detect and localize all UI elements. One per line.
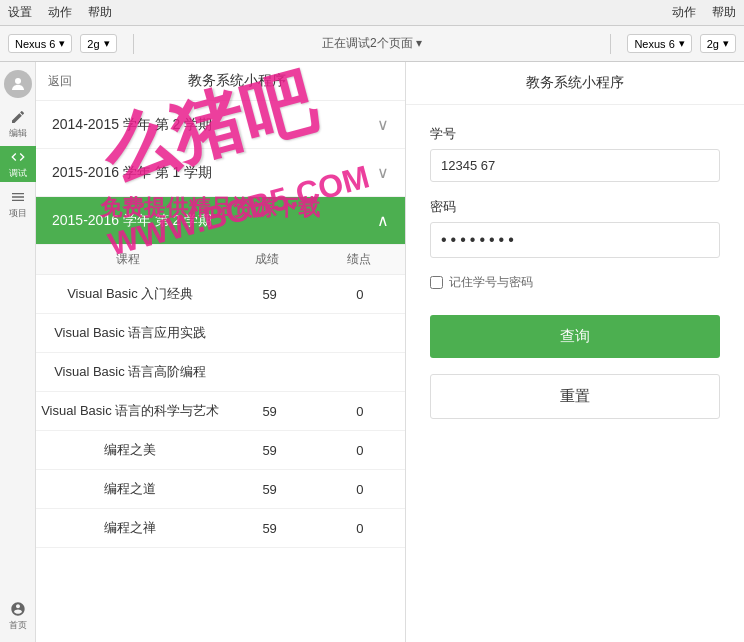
debug-status[interactable]: 正在调试2个页面 ▾	[150, 35, 595, 52]
device-name-left: Nexus 6	[15, 38, 55, 50]
menu-action-right[interactable]: 动作	[672, 4, 696, 21]
menu-help-left[interactable]: 帮助	[88, 4, 112, 21]
course-name-1: Visual Basic 语言应用实践	[36, 324, 225, 342]
header-score: 成绩	[221, 251, 313, 268]
menu-help-right[interactable]: 帮助	[712, 4, 736, 21]
header-credit: 绩点	[313, 251, 405, 268]
course-credit-3: 0	[315, 404, 405, 419]
svg-point-0	[15, 78, 21, 84]
term-chevron-2: ∧	[377, 211, 389, 230]
course-score-0: 59	[225, 287, 315, 302]
course-credit-4: 0	[315, 443, 405, 458]
course-name-2: Visual Basic 语言高阶编程	[36, 363, 225, 381]
term-item-2[interactable]: 2015-2016 学年 第 2 学期 ∧	[36, 197, 405, 245]
right-panel-body: 学号 密码 记住学号与密码 查询 重置	[406, 105, 744, 642]
menu-action-left[interactable]: 动作	[48, 4, 72, 21]
memory-select-right[interactable]: 2g ▾	[700, 34, 736, 53]
device-select-left[interactable]: Nexus 6 ▾	[8, 34, 72, 53]
course-credit-6: 0	[315, 521, 405, 536]
left-panel: 返回 教务系统小程序 2014-2015 学年 第 2 学期 ∨ 2015-20…	[36, 62, 406, 642]
password-group: 密码	[430, 198, 720, 258]
left-panel-title: 教务系统小程序	[80, 72, 393, 90]
course-credit-5: 0	[315, 482, 405, 497]
right-panel-title: 教务系统小程序	[406, 62, 744, 105]
table-row: Visual Basic 语言高阶编程	[36, 353, 405, 392]
course-name-5: 编程之道	[36, 480, 225, 498]
sidebar-item-debug[interactable]: 调试	[0, 146, 36, 182]
chevron-down-icon4: ▾	[723, 37, 729, 50]
table-header: 课程 成绩 绩点	[36, 245, 405, 275]
sidebar-label-home: 首页	[9, 619, 27, 632]
sidebar-label-debug: 调试	[9, 167, 27, 180]
table-row: 编程之道 59 0	[36, 470, 405, 509]
student-id-input[interactable]	[430, 149, 720, 182]
remember-label: 记住学号与密码	[449, 274, 533, 291]
remember-me-checkbox[interactable]: 记住学号与密码	[430, 274, 720, 291]
back-button[interactable]: 返回	[48, 73, 72, 90]
password-input[interactable]	[430, 222, 720, 258]
top-menubar: 设置 动作 帮助 动作 帮助	[0, 0, 744, 26]
query-button[interactable]: 查询	[430, 315, 720, 358]
reset-button[interactable]: 重置	[430, 374, 720, 419]
term-chevron-0: ∨	[377, 115, 389, 134]
student-id-group: 学号	[430, 125, 720, 182]
menu-settings[interactable]: 设置	[8, 4, 32, 21]
memory-left: 2g	[87, 38, 99, 50]
sidebar-label-project: 项目	[9, 207, 27, 220]
course-score-3: 59	[225, 404, 315, 419]
remember-checkbox[interactable]	[430, 276, 443, 289]
course-name-4: 编程之美	[36, 441, 225, 459]
term-label-0: 2014-2015 学年 第 2 学期	[52, 116, 212, 134]
header-course: 课程	[36, 251, 221, 268]
table-row: 编程之美 59 0	[36, 431, 405, 470]
sidebar: 编辑 调试 项目 首页	[0, 62, 36, 642]
table-row: Visual Basic 语言的科学与艺术 59 0	[36, 392, 405, 431]
device-toolbar: Nexus 6 ▾ 2g ▾ 正在调试2个页面 ▾ Nexus 6 ▾ 2g ▾	[0, 26, 744, 62]
course-score-4: 59	[225, 443, 315, 458]
term-chevron-1: ∨	[377, 163, 389, 182]
term-item-1[interactable]: 2015-2016 学年 第 1 学期 ∨	[36, 149, 405, 197]
sidebar-label-edit: 编辑	[9, 127, 27, 140]
course-name-3: Visual Basic 语言的科学与艺术	[36, 402, 225, 420]
course-score-6: 59	[225, 521, 315, 536]
table-row: Visual Basic 语言应用实践	[36, 314, 405, 353]
right-panel: 教务系统小程序 学号 密码 记住学号与密码 查询 重置	[406, 62, 744, 642]
device-name-right: Nexus 6	[634, 38, 674, 50]
course-name-6: 编程之禅	[36, 519, 225, 537]
device-select-right[interactable]: Nexus 6 ▾	[627, 34, 691, 53]
memory-right: 2g	[707, 38, 719, 50]
sidebar-item-project[interactable]: 项目	[0, 186, 36, 222]
main-layout: 编辑 调试 项目 首页 返回 教务系统小程序 2014-2015 学	[0, 62, 744, 642]
table-row: Visual Basic 入门经典 59 0	[36, 275, 405, 314]
course-name-0: Visual Basic 入门经典	[36, 285, 225, 303]
left-panel-header: 返回 教务系统小程序	[36, 62, 405, 101]
course-table: 课程 成绩 绩点 Visual Basic 入门经典 59 0 Visual B…	[36, 245, 405, 642]
memory-select-left[interactable]: 2g ▾	[80, 34, 116, 53]
avatar	[4, 70, 32, 98]
term-item-0[interactable]: 2014-2015 学年 第 2 学期 ∨	[36, 101, 405, 149]
course-credit-0: 0	[315, 287, 405, 302]
chevron-down-icon: ▾	[59, 37, 65, 50]
toolbar-divider2	[610, 34, 611, 54]
term-label-2: 2015-2016 学年 第 2 学期	[52, 212, 212, 230]
chevron-down-icon2: ▾	[104, 37, 110, 50]
chevron-down-icon3: ▾	[679, 37, 685, 50]
content-area: 返回 教务系统小程序 2014-2015 学年 第 2 学期 ∨ 2015-20…	[36, 62, 744, 642]
course-score-5: 59	[225, 482, 315, 497]
sidebar-item-edit[interactable]: 编辑	[0, 106, 36, 142]
student-id-label: 学号	[430, 125, 720, 143]
term-label-1: 2015-2016 学年 第 1 学期	[52, 164, 212, 182]
toolbar-divider	[133, 34, 134, 54]
table-row: 编程之禅 59 0	[36, 509, 405, 548]
password-label: 密码	[430, 198, 720, 216]
sidebar-item-home[interactable]: 首页	[0, 598, 36, 634]
